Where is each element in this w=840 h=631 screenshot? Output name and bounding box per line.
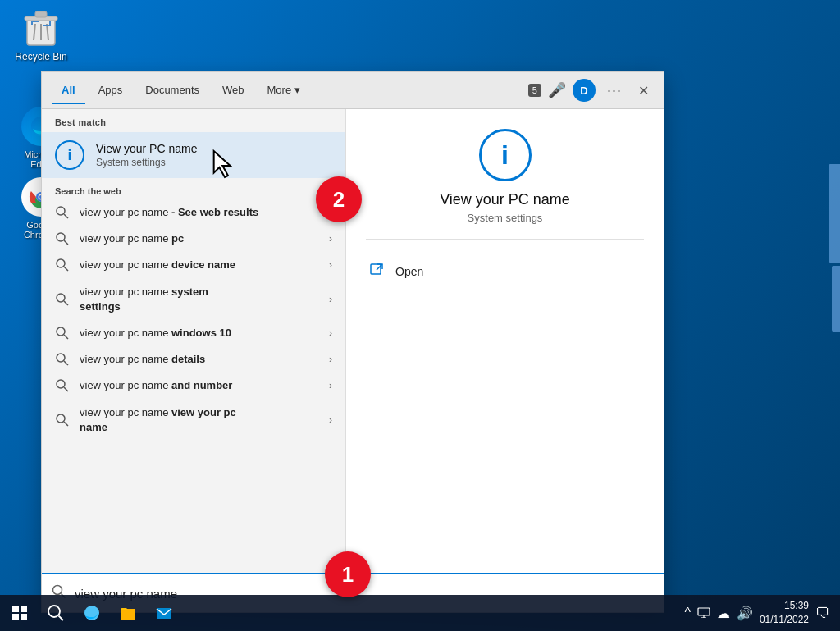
web-result-text-6: view your pc name details xyxy=(80,352,319,367)
tray-cloud[interactable]: ☁ xyxy=(717,606,730,621)
svg-line-27 xyxy=(64,422,68,426)
result-divider xyxy=(366,239,644,240)
open-action[interactable]: Open xyxy=(366,254,644,288)
search-left-panel: Best match i View your PC name System se… xyxy=(42,109,345,573)
tray-volume[interactable]: 🔊 xyxy=(737,606,753,621)
svg-rect-41 xyxy=(698,608,710,615)
search-tabs: All Apps Documents Web More ▾ 5 🎤 D ··· … xyxy=(42,72,664,109)
right-decoration xyxy=(824,164,840,410)
web-result-8[interactable]: view your pc name view your pcname › xyxy=(42,400,345,441)
search-icon-6 xyxy=(55,352,70,367)
web-result-6[interactable]: view your pc name details › xyxy=(42,346,345,373)
svg-line-21 xyxy=(64,335,68,339)
search-right-panel: i View your PC name System settings Open xyxy=(345,109,664,573)
search-icon-5 xyxy=(55,326,70,341)
recycle-bin-icon[interactable]: Recycle Bin xyxy=(8,8,74,62)
svg-rect-33 xyxy=(21,606,27,612)
search-icon-7 xyxy=(55,378,70,393)
svg-rect-32 xyxy=(12,606,19,612)
start-button[interactable] xyxy=(3,597,36,629)
web-result-text-5: view your pc name windows 10 xyxy=(80,326,319,341)
web-result-text-8: view your pc name view your pcname xyxy=(80,405,319,435)
recycle-bin-image xyxy=(21,8,61,48)
svg-point-18 xyxy=(57,294,65,302)
best-match-item-title: View your PC name xyxy=(96,142,332,155)
web-section-title: Search the web xyxy=(42,178,345,199)
svg-point-12 xyxy=(57,207,65,215)
web-result-text-4: view your pc name systemsettings xyxy=(80,285,319,314)
arrow-right-4: › xyxy=(329,294,332,305)
svg-line-29 xyxy=(377,264,382,270)
desktop: Recycle Bin MicrosofEdge xyxy=(0,0,840,631)
arrow-right-8: › xyxy=(329,414,332,426)
microphone-icon[interactable]: 🎤 xyxy=(548,81,566,99)
arrow-right-6: › xyxy=(329,354,332,365)
web-result-1[interactable]: view your pc name - See web results › xyxy=(42,199,345,226)
svg-line-23 xyxy=(64,361,68,365)
web-result-3[interactable]: view your pc name device name › xyxy=(42,252,345,278)
taskbar-search[interactable] xyxy=(39,597,72,629)
svg-line-37 xyxy=(59,616,64,621)
arrow-right-5: › xyxy=(329,327,332,339)
step-badge-2: 2 xyxy=(316,176,362,222)
web-result-2[interactable]: view your pc name pc › xyxy=(42,226,345,252)
close-button[interactable]: ✕ xyxy=(633,80,654,102)
web-result-text-2: view your pc name pc xyxy=(80,231,319,246)
tab-documents[interactable]: Documents xyxy=(135,77,209,104)
tray-caret[interactable]: ^ xyxy=(684,606,691,620)
open-icon xyxy=(369,261,386,281)
web-result-5[interactable]: view your pc name windows 10 › xyxy=(42,320,345,346)
notification-center[interactable]: 🗨 xyxy=(815,605,830,622)
svg-line-25 xyxy=(64,387,68,391)
best-match-title: Best match xyxy=(42,109,345,132)
web-result-text-1: view your pc name - See web results xyxy=(80,205,319,220)
svg-point-14 xyxy=(57,233,65,241)
svg-line-19 xyxy=(64,301,68,305)
svg-rect-2 xyxy=(35,11,47,17)
taskbar-file-explorer[interactable] xyxy=(112,597,144,629)
result-detail-title: View your PC name xyxy=(366,191,644,208)
taskbar-mail[interactable] xyxy=(148,597,180,629)
search-popup: All Apps Documents Web More ▾ 5 🎤 D ··· … xyxy=(41,71,664,613)
result-detail-subtitle: System settings xyxy=(366,212,644,224)
svg-point-26 xyxy=(57,414,65,423)
tab-all[interactable]: All xyxy=(52,77,85,104)
best-match-icon: i xyxy=(55,140,84,170)
user-avatar[interactable]: D xyxy=(573,79,596,102)
svg-point-22 xyxy=(57,354,65,362)
tab-more[interactable]: More ▾ xyxy=(258,77,310,104)
recycle-bin-label: Recycle Bin xyxy=(15,51,66,62)
search-main: Best match i View your PC name System se… xyxy=(42,109,664,573)
svg-point-16 xyxy=(57,259,65,267)
svg-point-20 xyxy=(57,327,65,336)
search-icon-1 xyxy=(55,205,70,220)
search-icon-8 xyxy=(55,413,70,428)
best-match-item[interactable]: i View your PC name System settings xyxy=(42,132,345,178)
tab-apps[interactable]: Apps xyxy=(89,77,133,104)
web-result-text-3: view your pc name device name xyxy=(80,258,319,272)
arrow-right-3: › xyxy=(329,259,332,271)
best-match-text: View your PC name System settings xyxy=(96,142,332,168)
tray-network[interactable] xyxy=(697,605,710,621)
result-detail-icon: i xyxy=(479,129,532,181)
taskbar-edge[interactable] xyxy=(75,597,108,629)
best-match-item-subtitle: System settings xyxy=(96,157,332,168)
search-icon-2 xyxy=(55,231,70,246)
taskbar-tray: ^ ☁ 🔊 15:39 01/11/2022 🗨 xyxy=(684,599,837,627)
search-icon-4 xyxy=(55,292,70,307)
open-label: Open xyxy=(395,265,423,278)
svg-point-36 xyxy=(48,606,60,617)
more-options-button[interactable]: ··· xyxy=(602,79,627,103)
taskbar: ^ ☁ 🔊 15:39 01/11/2022 🗨 xyxy=(0,595,840,631)
web-result-4[interactable]: view your pc name systemsettings › xyxy=(42,279,345,320)
right-bar-2 xyxy=(832,266,840,332)
tab-web[interactable]: Web xyxy=(212,77,254,104)
svg-point-30 xyxy=(53,585,62,594)
taskbar-clock[interactable]: 15:39 01/11/2022 xyxy=(760,599,809,627)
search-icon-3 xyxy=(55,258,70,272)
arrow-right-2: › xyxy=(329,233,332,245)
step-badge-1: 1 xyxy=(325,551,371,597)
svg-rect-28 xyxy=(371,264,381,274)
web-result-7[interactable]: view your pc name and number › xyxy=(42,373,345,399)
tab-badge: 5 xyxy=(528,84,541,97)
